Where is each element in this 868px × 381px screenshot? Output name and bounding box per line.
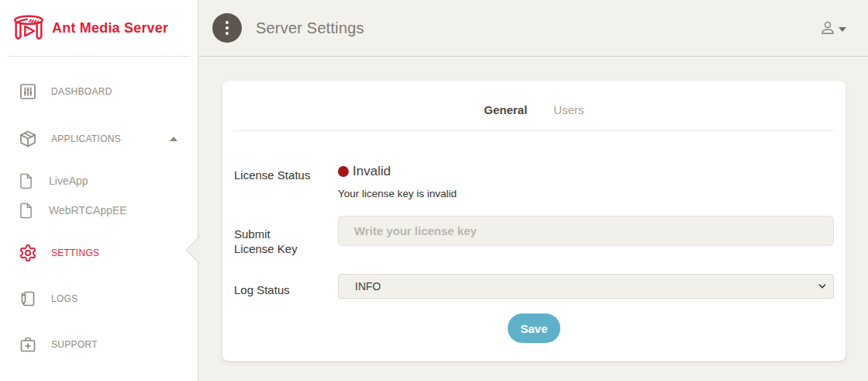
license-key-label: Submit License Key bbox=[234, 216, 338, 256]
status-dot-icon bbox=[338, 166, 349, 177]
user-icon bbox=[820, 20, 835, 36]
sidebar-item-support[interactable]: SUPPORT bbox=[0, 333, 198, 356]
sidebar-item-label: LOGS bbox=[51, 293, 78, 304]
log-level-select[interactable]: INFO bbox=[338, 274, 834, 299]
sidebar-item-label: SUPPORT bbox=[51, 339, 98, 350]
settings-card: General Users License Status Invalid You… bbox=[222, 81, 846, 361]
sidebar-item-applications[interactable]: APPLICATIONS bbox=[0, 127, 198, 151]
sidebar-item-webrtcappee[interactable]: WebRTCAppEE bbox=[0, 201, 198, 220]
settings-form: License Status Invalid Your license key … bbox=[222, 164, 846, 343]
brand-name: Ant Media Server bbox=[52, 20, 168, 36]
chevron-up-icon bbox=[170, 137, 177, 141]
save-row: Save bbox=[234, 313, 834, 343]
file-icon bbox=[19, 203, 33, 219]
sidebar-nav: DASHBOARD APPLICATIONS LiveApp bbox=[0, 80, 198, 356]
license-status-description: Your license key is invalid bbox=[338, 188, 834, 199]
sidebar-toggle-button[interactable] bbox=[212, 13, 242, 43]
tab-general[interactable]: General bbox=[484, 102, 527, 118]
sidebar-item-settings[interactable]: SETTINGS bbox=[0, 241, 198, 265]
sidebar-item-dashboard[interactable]: DASHBOARD bbox=[0, 80, 198, 103]
app-root: Ant Media Server DASHBOARD bbox=[0, 0, 868, 381]
sidebar-item-label: APPLICATIONS bbox=[51, 133, 121, 144]
license-status-line: Invalid bbox=[338, 164, 834, 179]
tab-divider bbox=[233, 130, 835, 131]
license-key-input[interactable] bbox=[338, 216, 834, 246]
license-key-row: Submit License Key bbox=[234, 216, 834, 256]
main-area: Server Settings General Users License S bbox=[198, 0, 868, 381]
save-button[interactable]: Save bbox=[508, 313, 560, 343]
brand[interactable]: Ant Media Server bbox=[0, 0, 198, 56]
license-status-row: License Status Invalid Your license key … bbox=[234, 164, 834, 199]
sidebar-item-label: LiveApp bbox=[49, 175, 88, 187]
topbar: Server Settings bbox=[198, 0, 868, 57]
tab-bar: General Users bbox=[222, 81, 846, 118]
sidebar: Ant Media Server DASHBOARD bbox=[0, 0, 198, 381]
support-icon bbox=[19, 335, 37, 354]
sidebar-item-label: SETTINGS bbox=[51, 248, 99, 258]
page-title: Server Settings bbox=[256, 19, 364, 37]
sidebar-divider bbox=[7, 56, 191, 57]
sidebar-item-label: WebRTCAppEE bbox=[49, 204, 127, 216]
kebab-menu-icon bbox=[226, 21, 229, 35]
settings-gear-icon bbox=[19, 244, 37, 262]
content-area: General Users License Status Invalid You… bbox=[198, 57, 868, 381]
dashboard-icon bbox=[19, 82, 37, 101]
brand-logo-icon bbox=[13, 12, 44, 43]
tab-users[interactable]: Users bbox=[553, 102, 584, 118]
license-status-value: Invalid bbox=[353, 164, 391, 179]
log-status-label: Log Status bbox=[234, 274, 338, 299]
license-status-label: License Status bbox=[234, 164, 338, 199]
sidebar-item-liveapp[interactable]: LiveApp bbox=[0, 171, 198, 190]
sidebar-item-logs[interactable]: LOGS bbox=[0, 287, 198, 310]
log-status-row: Log Status INFO bbox=[234, 274, 834, 299]
sidebar-item-label: DASHBOARD bbox=[51, 86, 112, 97]
applications-icon bbox=[19, 130, 37, 148]
chevron-down-icon bbox=[839, 27, 846, 32]
file-icon bbox=[19, 173, 33, 189]
user-menu[interactable] bbox=[820, 20, 846, 36]
logs-icon bbox=[19, 289, 37, 308]
